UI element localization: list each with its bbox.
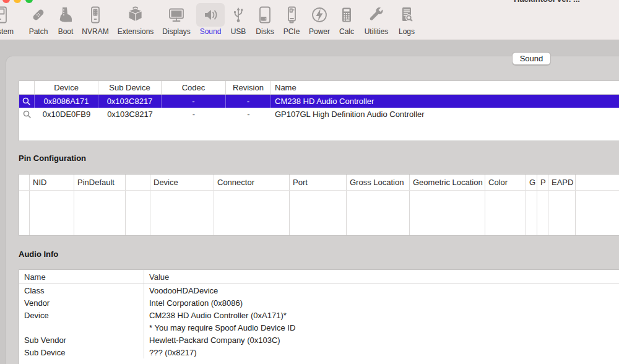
value-column-header: Value bbox=[144, 270, 619, 284]
codec-cell: - bbox=[162, 95, 226, 108]
magnifier-icon[interactable] bbox=[19, 95, 35, 108]
utilities-icon bbox=[362, 3, 391, 27]
system-icon bbox=[0, 3, 15, 27]
info-value-cell: CM238 HD Audio Controller (0xA171)* bbox=[144, 309, 619, 321]
audio-info-row[interactable]: Vendor Intel Corporation (0x8086) bbox=[19, 297, 619, 309]
info-value-cell: ??? (0x8217) bbox=[144, 346, 619, 358]
sound-tab-button[interactable]: Sound bbox=[512, 52, 551, 65]
toolbar-item-nvram[interactable]: NVRAM bbox=[81, 3, 110, 36]
port-column: Port bbox=[290, 175, 347, 235]
revision-cell: - bbox=[226, 95, 271, 108]
disks-icon bbox=[251, 3, 279, 27]
audio-info-row[interactable]: Sub Device ??? (0x8217) bbox=[19, 346, 619, 358]
device-row-selected[interactable]: 0x8086A171 0x103C8217 - - CM238 HD Audio… bbox=[19, 95, 619, 108]
toolbar-item-displays[interactable]: Displays bbox=[162, 3, 191, 36]
device-id-cell: 0x8086A171 bbox=[35, 95, 98, 108]
audio-info-row[interactable]: * You may require Spoof Audio Device ID bbox=[19, 321, 619, 334]
name-column-header: Name bbox=[19, 270, 144, 284]
toolbar-item-logs[interactable]: Logs bbox=[392, 3, 421, 36]
patch-icon bbox=[24, 3, 53, 27]
name-cell: CM238 HD Audio Controller bbox=[271, 95, 619, 108]
device-row[interactable]: 0x10DE0FB9 0x103C8217 - - GP107GL High D… bbox=[19, 108, 619, 121]
audio-info-header: Name Value bbox=[19, 270, 619, 284]
geometric-location-column: Geometric Location bbox=[410, 175, 485, 235]
usb-icon bbox=[224, 3, 253, 27]
g-column: G bbox=[526, 175, 537, 235]
codec-cell: - bbox=[162, 108, 226, 121]
inspect-column-header bbox=[19, 81, 35, 94]
sub-device-column-header: Sub Device bbox=[98, 81, 162, 94]
toolbar-item-calc[interactable]: Calc bbox=[332, 3, 361, 36]
toolbar-item-sound[interactable]: Sound bbox=[196, 3, 225, 36]
eapd-column: EAPD bbox=[548, 175, 576, 235]
info-value-cell: VoodooHDADevice bbox=[144, 284, 619, 297]
nvram-icon bbox=[81, 3, 110, 27]
pin-configuration-title: Pin Configuration bbox=[19, 154, 86, 163]
toolbar-item-usb[interactable]: USB bbox=[224, 3, 253, 36]
p-column: P bbox=[537, 175, 548, 235]
toolbar-item-pcie[interactable]: PCIe bbox=[277, 3, 306, 36]
toolbar-item-patch[interactable]: Patch bbox=[24, 3, 53, 36]
info-value-cell: * You may require Spoof Audio Device ID bbox=[144, 321, 619, 334]
nid-column: NID bbox=[30, 175, 74, 235]
info-name-cell: Sub Vendor bbox=[19, 334, 144, 346]
extensions-icon bbox=[121, 3, 150, 27]
audio-info-title: Audio Info bbox=[19, 249, 58, 259]
name-cell: GP107GL High Definition Audio Controller bbox=[271, 108, 619, 121]
displays-icon bbox=[162, 3, 191, 27]
audio-devices-table: Device Sub Device Codec Revision Name 0x… bbox=[19, 80, 619, 141]
calc-icon bbox=[332, 3, 361, 27]
pcie-icon bbox=[277, 3, 306, 27]
power-icon bbox=[305, 3, 334, 27]
info-name-cell: Vendor bbox=[19, 297, 144, 309]
connector-column: Connector bbox=[214, 175, 290, 235]
pin-blank-column bbox=[126, 175, 150, 235]
color-column: Color bbox=[485, 175, 526, 235]
pin-header-divider bbox=[19, 190, 619, 191]
revision-cell: - bbox=[226, 108, 271, 121]
revision-column-header: Revision bbox=[226, 81, 271, 94]
pin-trailing-column bbox=[576, 175, 619, 235]
pin-blank-column bbox=[19, 175, 30, 235]
info-value-cell: Intel Corporation (0x8086) bbox=[144, 297, 619, 309]
sound-icon bbox=[196, 3, 225, 27]
boot-icon bbox=[51, 3, 80, 27]
toolbar-item-utilities[interactable]: Utilities bbox=[362, 3, 391, 36]
gross-location-column: Gross Location bbox=[347, 175, 410, 235]
device-id-cell: 0x10DE0FB9 bbox=[35, 108, 98, 121]
device-column-header: Device bbox=[35, 81, 98, 94]
info-name-cell: Device bbox=[19, 309, 144, 321]
toolbar-item-boot[interactable]: Boot bbox=[51, 3, 80, 36]
audio-info-row[interactable]: Device CM238 HD Audio Controller (0xA171… bbox=[19, 309, 619, 321]
name-column-header: Name bbox=[271, 81, 619, 94]
toolbar-item-extensions[interactable]: Extensions bbox=[118, 3, 154, 36]
magnifier-icon[interactable] bbox=[19, 108, 35, 121]
info-name-cell bbox=[19, 321, 144, 334]
sub-device-cell: 0x103C8217 bbox=[98, 95, 162, 108]
info-value-cell: Hewlett-Packard Company (0x103C) bbox=[144, 334, 619, 346]
toolbar: Hackintool ver. ... System Patch Boot bbox=[0, 0, 619, 40]
pin-device-column: Device bbox=[150, 175, 214, 235]
codec-column-header: Codec bbox=[162, 81, 226, 94]
info-name-cell: Sub Device bbox=[19, 346, 144, 358]
toolbar-item-system[interactable]: System bbox=[0, 3, 15, 36]
info-name-cell: Class bbox=[19, 284, 144, 297]
toolbar-item-disks[interactable]: Disks bbox=[251, 3, 279, 36]
sub-device-cell: 0x103C8217 bbox=[98, 108, 162, 121]
audio-info-table: Name Value Class VoodooHDADevice Vendor … bbox=[19, 269, 619, 364]
pindefault-column: PinDefault bbox=[74, 175, 126, 235]
logs-icon bbox=[392, 3, 421, 27]
pin-configuration-table: NID PinDefault Device Connector Port Gro… bbox=[19, 174, 619, 236]
hackintool-window: Hackintool ver. ... System Patch Boot bbox=[0, 0, 619, 364]
audio-info-row[interactable]: Class VoodooHDADevice bbox=[19, 284, 619, 297]
window-title: Hackintool ver. ... bbox=[514, 0, 613, 4]
devices-table-header: Device Sub Device Codec Revision Name bbox=[19, 81, 619, 95]
audio-info-row[interactable]: Sub Vendor Hewlett-Packard Company (0x10… bbox=[19, 334, 619, 346]
toolbar-item-power[interactable]: Power bbox=[305, 3, 334, 36]
